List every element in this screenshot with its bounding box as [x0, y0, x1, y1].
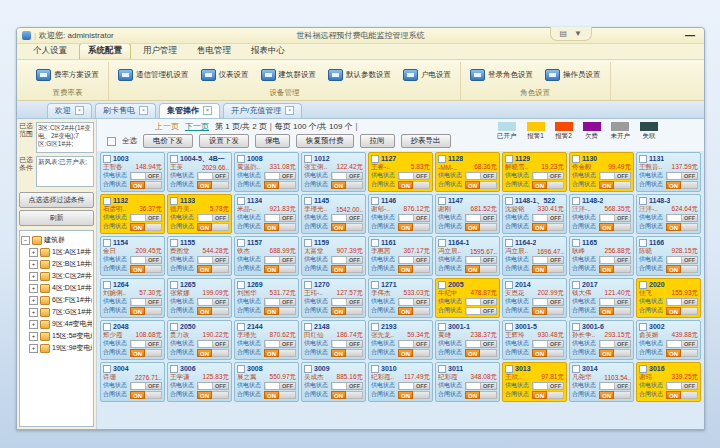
meter-card[interactable]: 1128-MM-..68.36元供电状态OFF合闸状态ON	[435, 152, 500, 192]
supply-toggle[interactable]: OFF	[331, 256, 363, 264]
meter-card[interactable]: 1146谢郇-..876.12元供电状态OFF合闸状态ON	[368, 194, 433, 234]
card-checkbox[interactable]	[438, 239, 446, 247]
meter-card[interactable]: 3001-6孙长争..293.15元供电状态OFF合闸状态ON	[569, 320, 634, 360]
supply-toggle[interactable]: OFF	[398, 172, 430, 180]
closed-toggle[interactable]: ON	[532, 223, 564, 231]
tree-item[interactable]: +19区:9#变电站(…	[21, 343, 92, 353]
meter-card[interactable]: 1127王睿-..5.83元供电状态OFF合闸状态ON	[368, 152, 433, 192]
tab[interactable]: 刷卡售电×	[95, 103, 156, 118]
supply-toggle[interactable]: OFF	[197, 214, 229, 222]
supply-toggle[interactable]: OFF	[532, 382, 564, 390]
supply-toggle[interactable]: OFF	[197, 172, 229, 180]
card-checkbox[interactable]	[304, 197, 312, 205]
closed-toggle[interactable]: ON	[130, 181, 162, 189]
supply-toggle[interactable]: OFF	[599, 340, 631, 348]
tree-item[interactable]: +4区:D区1#井(D…	[21, 283, 92, 293]
meter-card[interactable]: 1161李惠茜367.17元供电状态OFF合闸状态ON	[368, 236, 433, 276]
meter-card[interactable]: 3004诗珊2276.71..供电状态OFF合闸状态ON	[100, 362, 165, 402]
card-checkbox[interactable]	[639, 197, 647, 205]
supply-toggle[interactable]: OFF	[398, 382, 430, 390]
meter-card[interactable]: 1003王智春148.94元供电状态OFF合闸状态ON	[100, 152, 165, 192]
supply-toggle[interactable]: OFF	[465, 256, 497, 264]
closed-toggle[interactable]: ON	[264, 181, 296, 189]
closed-toggle[interactable]: ON	[331, 265, 363, 273]
tab-close-icon[interactable]: ×	[75, 106, 84, 115]
closed-toggle[interactable]: ON	[666, 265, 698, 273]
meter-card[interactable]: 2050贵力改190.22元供电状态OFF合闸状态ON	[167, 320, 232, 360]
supply-toggle[interactable]: OFF	[465, 340, 497, 348]
supply-toggle[interactable]: OFF	[532, 214, 564, 222]
supply-toggle[interactable]: OFF	[532, 298, 564, 306]
card-checkbox[interactable]	[304, 155, 312, 163]
supply-toggle[interactable]: OFF	[130, 340, 162, 348]
expand-icon[interactable]: +	[29, 308, 38, 317]
supply-toggle[interactable]: OFF	[599, 298, 631, 306]
card-checkbox[interactable]	[438, 365, 446, 373]
expand-icon[interactable]: +	[29, 248, 38, 257]
closed-toggle[interactable]: ON	[331, 391, 363, 399]
meter-card[interactable]: 1147谢刚681.52元供电状态OFF合闸状态ON	[435, 194, 500, 234]
supply-toggle[interactable]: OFF	[666, 340, 698, 348]
minimize-button[interactable]: —	[681, 30, 699, 41]
tree-root[interactable]: −建筑群	[21, 235, 92, 245]
meter-card[interactable]: 1164-1冯立晨..1595.67..供电状态OFF合闸状态ON	[435, 236, 500, 276]
closed-toggle[interactable]: ON	[197, 307, 229, 315]
card-checkbox[interactable]	[170, 323, 178, 331]
meter-card[interactable]: 3001-1黄雄238.37元供电状态OFF合闸状态ON	[435, 320, 500, 360]
refresh-button[interactable]: 刷新	[19, 210, 94, 226]
card-checkbox[interactable]	[572, 239, 580, 247]
supply-toggle[interactable]: OFF	[666, 382, 698, 390]
meter-card[interactable]: 1264刘婉俐..57.30元供电状态OFF合闸状态ON	[100, 278, 165, 318]
tab-close-icon[interactable]: ×	[285, 106, 294, 115]
action-button[interactable]: 设置下发	[199, 134, 249, 148]
card-checkbox[interactable]	[371, 197, 379, 205]
supply-toggle[interactable]: OFF	[465, 214, 497, 222]
card-checkbox[interactable]	[505, 281, 513, 289]
supply-toggle[interactable]: OFF	[666, 214, 698, 222]
expand-icon[interactable]: +	[29, 272, 38, 281]
supply-toggle[interactable]: OFF	[130, 382, 162, 390]
card-checkbox[interactable]	[371, 281, 379, 289]
meter-card[interactable]: 3001-5王辉玲930.48元供电状态OFF合闸状态ON	[502, 320, 567, 360]
meter-card[interactable]: 1148-1、522沈骏铭330.41元供电状态OFF合闸状态ON	[502, 194, 567, 234]
closed-toggle[interactable]: ON	[398, 265, 430, 273]
meter-card[interactable]: 1129解晓雪..19.23元供电状态OFF合闸状态ON	[502, 152, 567, 192]
ribbon-button[interactable]: 默认参数设置	[328, 69, 391, 81]
tree-item[interactable]: +2区:B区1#井(B区…	[21, 259, 92, 269]
meter-card[interactable]: 2005牛纪中478.87元供电状态OFF合闸状态OFF	[435, 278, 500, 318]
tree-item[interactable]: +9区:4#变电井(4…	[21, 319, 92, 329]
tab-close-icon[interactable]: ×	[203, 106, 212, 115]
card-checkbox[interactable]	[304, 323, 312, 331]
supply-toggle[interactable]: OFF	[331, 172, 363, 180]
meter-card[interactable]: 1008黄温韵..331.08元供电状态OFF合闸状态ON	[234, 152, 299, 192]
collapse-icon[interactable]: −	[21, 236, 30, 245]
supply-toggle[interactable]: OFF	[264, 340, 296, 348]
closed-toggle[interactable]: ON	[532, 307, 564, 315]
closed-toggle[interactable]: ON	[465, 265, 497, 273]
meter-card[interactable]: 2017钱大伟121.40元供电状态OFF合闸状态ON	[569, 278, 634, 318]
card-checkbox[interactable]	[170, 365, 178, 373]
supply-toggle[interactable]: OFF	[331, 382, 363, 390]
closed-toggle[interactable]: ON	[666, 181, 698, 189]
action-button[interactable]: 恢复预付费	[296, 134, 354, 148]
supply-toggle[interactable]: OFF	[465, 172, 497, 180]
card-checkbox[interactable]	[237, 239, 245, 247]
closed-toggle[interactable]: ON	[264, 223, 296, 231]
card-checkbox[interactable]	[639, 155, 647, 163]
meter-card[interactable]: 1130佟金毅99.49元供电状态OFF合闸状态ON	[569, 152, 634, 192]
supply-toggle[interactable]: OFF	[666, 172, 698, 180]
expand-icon[interactable]: +	[29, 260, 38, 269]
closed-toggle[interactable]: ON	[398, 391, 430, 399]
tree-item[interactable]: +1区:A区1#井	[21, 247, 92, 257]
meter-card[interactable]: 1165耿峰256.88元供电状态OFF合闸状态ON	[569, 236, 634, 276]
prev-page-link[interactable]: 上一页	[155, 121, 179, 132]
card-checkbox[interactable]	[170, 197, 178, 205]
tree-item[interactable]: +7区:G区1#井	[21, 307, 92, 317]
closed-toggle[interactable]: ON	[197, 265, 229, 273]
card-checkbox[interactable]	[170, 239, 178, 247]
closed-toggle[interactable]: ON	[599, 265, 631, 273]
card-checkbox[interactable]	[639, 365, 647, 373]
supply-toggle[interactable]: OFF	[331, 340, 363, 348]
card-checkbox[interactable]	[371, 365, 379, 373]
card-checkbox[interactable]	[103, 155, 111, 163]
